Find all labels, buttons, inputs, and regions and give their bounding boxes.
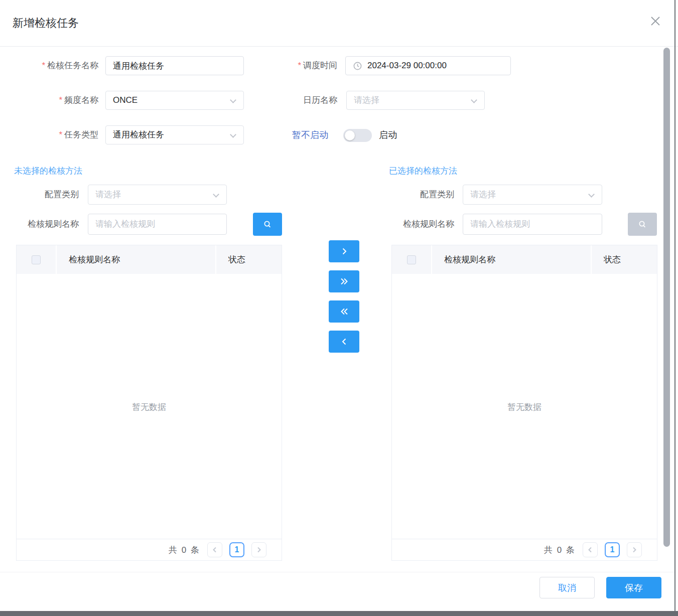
task-name-input[interactable] [105, 56, 244, 75]
header-divider [0, 46, 678, 47]
column-status: 状态 [216, 245, 281, 274]
column-rule-name: 检核规则名称 [432, 245, 592, 274]
required-asterisk: * [59, 130, 62, 139]
schedule-time-label: *调度时间 [279, 56, 337, 75]
launch-on-label: 启动 [379, 125, 397, 144]
pagination: 共 0 条 1 [17, 539, 282, 560]
search-icon [262, 219, 273, 229]
schedule-time-input[interactable]: 2024-03-29 00:00:00 [345, 56, 511, 75]
total-count: 共 0 条 [544, 544, 576, 556]
required-asterisk: * [42, 61, 45, 70]
unselected-rule-input[interactable] [88, 214, 227, 235]
chevron-down-icon [230, 131, 236, 138]
frequency-label: *频度名称 [20, 91, 98, 110]
unselected-section-title: 未选择的检核方法 [14, 165, 82, 177]
search-icon [637, 219, 647, 229]
selected-search-button[interactable] [628, 213, 657, 236]
table-header: 检核规则名称 状态 [392, 245, 657, 274]
add-check-task-dialog: 新增检核任务 *检核任务名称 *调度时间 2024-03-29 00:00:00… [0, 0, 678, 616]
chevron-right-icon [255, 546, 262, 553]
double-chevron-left-icon [339, 307, 349, 316]
chevron-down-icon [588, 191, 595, 198]
prev-page-button[interactable] [583, 542, 598, 557]
frequency-select[interactable]: ONCE [105, 91, 244, 110]
select-all-checkbox[interactable] [32, 255, 41, 264]
move-left-button[interactable] [329, 331, 359, 353]
unselected-category-label: 配置类别 [10, 185, 79, 205]
header-checkbox-cell [392, 245, 432, 274]
current-page-button[interactable]: 1 [229, 542, 244, 557]
task-name-label: *检核任务名称 [20, 56, 98, 75]
current-page-button[interactable]: 1 [605, 542, 620, 557]
chevron-down-icon [213, 191, 219, 198]
unselected-rules-table: 检核规则名称 状态 暂无数据 共 0 条 1 [16, 245, 282, 561]
calendar-select[interactable]: 请选择 [346, 91, 485, 110]
toggle-knob [345, 130, 355, 140]
chevron-left-icon [340, 337, 349, 346]
task-type-select[interactable]: 通用检核任务 [105, 125, 244, 144]
close-icon[interactable] [646, 12, 664, 30]
double-chevron-right-icon [339, 277, 349, 286]
vertical-scrollbar[interactable] [663, 48, 670, 547]
pagination: 共 0 条 1 [392, 539, 657, 560]
column-rule-name: 检核规则名称 [57, 245, 216, 274]
table-body: 暂无数据 [17, 274, 282, 540]
table-body: 暂无数据 [392, 274, 657, 540]
prev-page-button[interactable] [207, 542, 222, 557]
cancel-button[interactable]: 取消 [539, 577, 595, 598]
empty-state-text: 暂无数据 [132, 401, 166, 413]
clock-icon [353, 61, 362, 71]
footer-divider [0, 572, 674, 572]
selected-category-label: 配置类别 [385, 185, 454, 205]
required-asterisk: * [59, 95, 62, 105]
chevron-right-icon [631, 546, 638, 553]
selected-section-title: 已选择的检核方法 [389, 165, 457, 177]
unselected-search-button[interactable] [253, 213, 282, 236]
selected-rules-table: 检核规则名称 状态 暂无数据 共 0 条 1 [391, 245, 657, 561]
table-header: 检核规则名称 状态 [17, 245, 282, 274]
chevron-right-icon [340, 247, 349, 256]
launch-off-label[interactable]: 暂不启动 [292, 125, 328, 144]
chevron-down-icon [230, 97, 236, 103]
header-checkbox-cell [17, 245, 57, 274]
chevron-left-icon [587, 546, 594, 553]
select-all-checkbox[interactable] [407, 255, 416, 264]
task-type-label: *任务类型 [20, 125, 98, 144]
chevron-left-icon [211, 546, 218, 553]
selected-rule-input[interactable] [463, 214, 602, 235]
selected-rule-label: 检核规则名称 [385, 214, 454, 235]
window-edge [674, 0, 675, 616]
next-page-button[interactable] [627, 542, 642, 557]
launch-toggle[interactable] [343, 129, 372, 142]
unselected-category-select[interactable]: 请选择 [88, 185, 227, 205]
unselected-rule-label: 检核规则名称 [10, 214, 79, 235]
total-count: 共 0 条 [169, 544, 200, 556]
window-bottom-bar [0, 611, 678, 616]
move-all-left-button[interactable] [329, 300, 359, 323]
save-button[interactable]: 保存 [606, 577, 661, 598]
column-status: 状态 [592, 245, 656, 274]
move-all-right-button[interactable] [329, 270, 359, 292]
required-asterisk: * [298, 61, 301, 70]
calendar-label: 日历名称 [279, 91, 337, 110]
next-page-button[interactable] [251, 542, 266, 557]
chevron-down-icon [471, 97, 477, 103]
empty-state-text: 暂无数据 [507, 401, 541, 413]
selected-category-select[interactable]: 请选择 [463, 185, 602, 205]
dialog-title: 新增检核任务 [13, 16, 79, 31]
move-right-button[interactable] [329, 240, 359, 262]
